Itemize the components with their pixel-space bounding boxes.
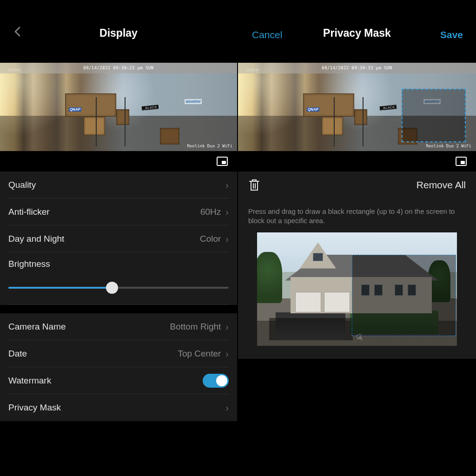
page-title: Display — [99, 27, 138, 40]
display-settings-list-1: Quality › Anti-flicker 60Hz › Day and Ni… — [0, 172, 237, 305]
row-label: Quality — [8, 180, 36, 190]
preview-watermark: reolink — [246, 67, 259, 72]
pip-icon[interactable] — [217, 157, 228, 166]
save-button[interactable]: Save — [440, 29, 463, 40]
example-image[interactable]: ☟ — [257, 232, 457, 346]
row-label: Anti-flicker — [8, 207, 50, 217]
chevron-right-icon: › — [225, 322, 229, 331]
sign-qnap: QNAP — [68, 107, 81, 112]
sign-asustor: asustor — [185, 99, 202, 104]
trash-icon[interactable] — [248, 178, 260, 192]
brightness-slider[interactable] — [8, 282, 229, 293]
page-title: Privacy Mask — [323, 27, 391, 40]
pip-icon[interactable] — [456, 157, 467, 166]
display-settings-panel: Display reolink 08/14/2022 09:30:23 μm S… — [0, 0, 238, 476]
preview-model: Reolink Duo 2 WiFi — [426, 144, 471, 148]
row-privacy-mask[interactable]: Privacy Mask › — [8, 394, 229, 421]
chevron-right-icon: › — [225, 180, 229, 190]
back-icon[interactable] — [14, 26, 20, 40]
row-label: Day and Night — [8, 234, 64, 244]
preview-model: Reolink Duo 2 WiFi — [187, 144, 232, 148]
row-camera-name[interactable]: Camera Name Bottom Right › — [8, 313, 229, 340]
instructions-text: Press and drag to draw a black rectangle… — [238, 198, 476, 232]
row-antiflicker[interactable]: Anti-flicker 60Hz › — [8, 198, 229, 225]
slider-fill — [8, 287, 112, 289]
preview-toolbar — [0, 151, 237, 172]
row-value: Bottom Right — [170, 322, 221, 332]
row-label: Privacy Mask — [8, 403, 61, 413]
watermark-toggle[interactable] — [203, 374, 229, 388]
chevron-right-icon: › — [225, 349, 229, 358]
row-value: Top Center — [178, 349, 221, 359]
mask-region[interactable] — [402, 89, 466, 142]
preview-timestamp: 08/14/2022 09:30:33 μm SUN — [322, 66, 392, 70]
privacy-mask-panel: Cancel Privacy Mask Save reolink 08/14/2… — [238, 0, 476, 476]
row-value: 60Hz — [200, 207, 221, 217]
row-brightness: Brightness — [8, 252, 229, 305]
row-date[interactable]: Date Top Center › — [8, 340, 229, 367]
camera-preview[interactable]: reolink 08/14/2022 09:30:33 μm SUN Reoli… — [238, 63, 476, 151]
row-label: Brightness — [8, 259, 229, 269]
chevron-right-icon: › — [225, 207, 229, 217]
row-label: Watermark — [8, 376, 51, 386]
row-label: Date — [8, 349, 27, 359]
remove-all-button[interactable]: Remove All — [416, 179, 466, 191]
camera-preview[interactable]: reolink 08/14/2022 09:30:23 μm SUN Reoli… — [0, 63, 237, 151]
chevron-right-icon: › — [225, 403, 229, 412]
row-label: Camera Name — [8, 322, 66, 332]
privacy-mask-header: Cancel Privacy Mask Save — [238, 0, 476, 63]
row-watermark[interactable]: Watermark — [8, 367, 229, 394]
chevron-right-icon: › — [225, 234, 229, 244]
cancel-button[interactable]: Cancel — [252, 29, 282, 40]
preview-toolbar — [238, 151, 476, 172]
row-daynight[interactable]: Day and Night Color › — [8, 225, 229, 252]
sign-qnap: QNAP — [306, 107, 319, 112]
example-mask-region[interactable] — [269, 318, 353, 340]
preview-timestamp: 08/14/2022 09:30:23 μm SUN — [83, 66, 153, 70]
row-quality[interactable]: Quality › — [8, 172, 229, 198]
display-settings-list-2: Camera Name Bottom Right › Date Top Cent… — [0, 313, 237, 421]
row-value: Color — [200, 234, 221, 244]
preview-watermark: reolink — [8, 67, 21, 72]
example-mask-region[interactable] — [352, 255, 456, 336]
display-header: Display — [0, 0, 237, 63]
example-area: ☟ — [238, 232, 476, 359]
mask-toolbar: Remove All — [238, 172, 476, 198]
slider-thumb[interactable] — [106, 282, 118, 294]
